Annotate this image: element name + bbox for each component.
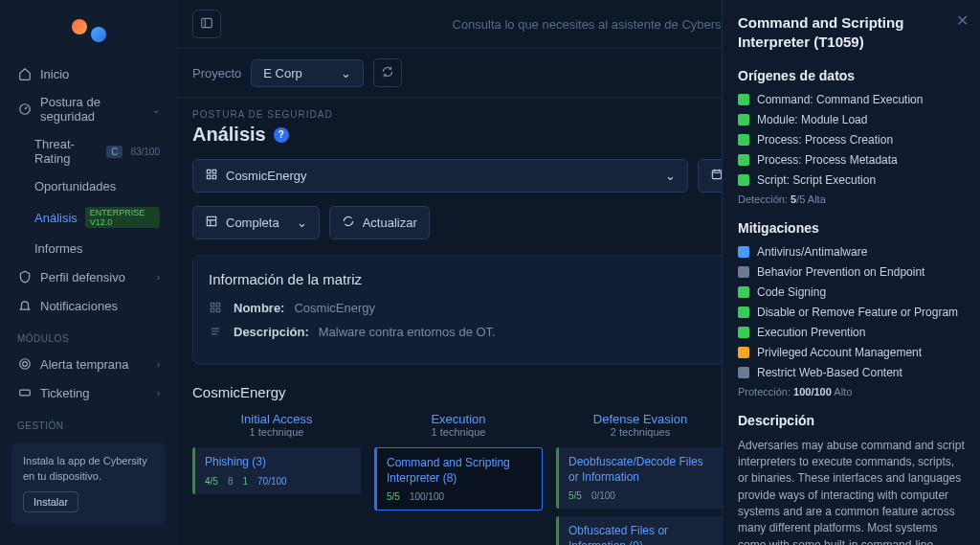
rating-badge: C bbox=[106, 146, 122, 158]
origin-item: Module: Module Load bbox=[738, 113, 965, 126]
tactic-name: Defense Evasion bbox=[556, 412, 724, 426]
svg-rect-11 bbox=[712, 170, 721, 179]
stat-item: 8 bbox=[228, 476, 234, 487]
close-drawer-button[interactable]: ✕ bbox=[956, 11, 969, 30]
svg-rect-15 bbox=[211, 308, 214, 312]
nav-label: Oportunidades bbox=[34, 179, 116, 193]
refresh-project-button[interactable] bbox=[373, 58, 402, 87]
status-square-icon bbox=[738, 307, 749, 318]
ticket-icon bbox=[17, 385, 33, 400]
matrix-selected: CosmicEnergy bbox=[226, 169, 307, 183]
grid-icon bbox=[209, 301, 224, 317]
svg-rect-6 bbox=[202, 18, 212, 27]
nav-label: Análisis bbox=[34, 211, 78, 225]
mitigation-label: Restrict Web-Based Content bbox=[757, 366, 902, 379]
tactic-name: Initial Access bbox=[192, 412, 361, 426]
meta-name-label: Nombre: bbox=[234, 301, 284, 317]
nav-alerta[interactable]: Alerta temprana › bbox=[11, 350, 166, 378]
matrix-select[interactable]: CosmicEnergy ⌄ bbox=[192, 159, 688, 193]
refresh-button[interactable]: Actualizar bbox=[329, 206, 430, 239]
chevron-down-icon: ⌄ bbox=[341, 66, 351, 80]
technique-name: Phishing (3) bbox=[205, 455, 351, 470]
stat-item: 5/5 bbox=[568, 490, 582, 501]
rating-score: 83/100 bbox=[130, 147, 160, 157]
mitigation-item: Antivirus/Antimalware bbox=[738, 245, 965, 259]
mitigation-item: Restrict Web-Based Content bbox=[738, 366, 965, 379]
mitigation-label: Privileged Account Management bbox=[757, 346, 922, 359]
nav-informes[interactable]: Informes bbox=[11, 235, 166, 262]
drawer-section-desc: Descripción bbox=[738, 413, 965, 428]
project-select[interactable]: E Corp ⌄ bbox=[251, 59, 363, 87]
nav-perfil[interactable]: Perfil defensivo › bbox=[11, 262, 166, 291]
status-square-icon bbox=[738, 134, 749, 146]
mode-select[interactable]: Completa ⌄ bbox=[192, 206, 320, 239]
technique-name: Command and Scripting Interpreter (8) bbox=[387, 456, 532, 486]
nav-analisis[interactable]: Análisis ENTERPRISE V12.0 bbox=[11, 200, 166, 235]
technique-stats: 5/50/100 bbox=[568, 490, 715, 501]
stat-item: 70/100 bbox=[257, 476, 287, 487]
origin-label: Script: Script Execution bbox=[757, 173, 876, 187]
svg-rect-12 bbox=[207, 216, 215, 225]
refresh-icon bbox=[381, 65, 394, 81]
technique-card[interactable]: Phishing (3)4/58170/100 bbox=[192, 447, 361, 494]
technique-card[interactable]: Command and Scripting Interpreter (8)5/5… bbox=[374, 447, 543, 511]
nav-inicio[interactable]: Inicio bbox=[11, 59, 166, 88]
install-card: Instala la app de Cybersity en tu dispos… bbox=[11, 443, 166, 524]
nav-ticketing[interactable]: Ticketing › bbox=[11, 378, 166, 407]
chevron-down-icon: ⌄ bbox=[152, 104, 160, 115]
status-square-icon bbox=[738, 266, 749, 278]
origin-item: Process: Process Creation bbox=[738, 133, 965, 147]
refresh-icon bbox=[342, 215, 355, 231]
nav-threat-rating[interactable]: Threat-Rating C 83/100 bbox=[11, 130, 166, 172]
panel-toggle-button[interactable] bbox=[192, 10, 221, 38]
meta-name-value: CosmicEnergy bbox=[294, 301, 375, 317]
chevron-down-icon: ⌄ bbox=[297, 216, 307, 230]
project-label: Proyecto bbox=[192, 66, 241, 80]
stat-item: 0/100 bbox=[591, 490, 615, 501]
origin-item: Process: Process Metadata bbox=[738, 153, 965, 167]
status-square-icon bbox=[738, 246, 749, 258]
nav-notificaciones[interactable]: Notificaciones bbox=[11, 291, 166, 320]
svg-rect-8 bbox=[212, 170, 216, 173]
stat-item: 100/100 bbox=[410, 491, 444, 502]
detail-drawer: ✕ Command and Scripting Interpreter (T10… bbox=[722, 0, 980, 545]
install-button[interactable]: Instalar bbox=[23, 491, 78, 512]
enterprise-badge: ENTERPRISE V12.0 bbox=[85, 207, 160, 228]
project-selected: E Corp bbox=[263, 66, 301, 80]
tactic-column: Defense Evasion2 techniquesDeobfuscate/D… bbox=[556, 412, 724, 545]
bell-icon bbox=[17, 298, 33, 313]
origin-item: Script: Script Execution bbox=[738, 173, 965, 187]
status-square-icon bbox=[738, 347, 749, 358]
mitigation-label: Execution Prevention bbox=[757, 326, 865, 339]
tactic-column: Execution1 techniqueCommand and Scriptin… bbox=[374, 412, 543, 545]
status-square-icon bbox=[738, 94, 749, 105]
chevron-down-icon: ⌄ bbox=[665, 169, 676, 183]
mitigation-item: Code Signing bbox=[738, 285, 965, 299]
origin-label: Process: Process Creation bbox=[757, 133, 893, 147]
nav-oportunidades[interactable]: Oportunidades bbox=[11, 172, 166, 200]
stat-item: 1 bbox=[242, 476, 248, 487]
nav-label: Informes bbox=[34, 241, 83, 256]
layout-icon bbox=[205, 215, 218, 231]
technique-card[interactable]: Obfuscated Files or Information (9)4/570… bbox=[556, 516, 724, 545]
technique-card[interactable]: Deobfuscate/Decode Files or Information5… bbox=[556, 447, 724, 509]
status-square-icon bbox=[738, 174, 749, 186]
mitigation-item: Disable or Remove Feature or Program bbox=[738, 306, 965, 319]
mitigation-label: Code Signing bbox=[757, 285, 826, 299]
help-icon[interactable]: ? bbox=[274, 127, 289, 143]
technique-stats: 4/58170/100 bbox=[205, 476, 351, 487]
status-square-icon bbox=[738, 286, 749, 298]
nav-label: Inicio bbox=[40, 67, 69, 81]
meta-desc-value: Malware contra entornos de OT. bbox=[319, 325, 496, 341]
origin-label: Module: Module Load bbox=[757, 113, 867, 126]
status-square-icon bbox=[738, 154, 749, 166]
nav-postura[interactable]: Postura de seguridad ⌄ bbox=[11, 88, 166, 130]
status-square-icon bbox=[738, 114, 749, 125]
svg-point-2 bbox=[23, 362, 28, 367]
stat-item: 4/5 bbox=[205, 476, 218, 487]
tactic-column: Initial Access1 techniquePhishing (3)4/5… bbox=[192, 412, 361, 545]
svg-rect-7 bbox=[207, 170, 211, 173]
nav-label: Notificaciones bbox=[40, 299, 118, 313]
sidebar-toggle-icon bbox=[200, 16, 213, 33]
nav-label: Threat-Rating bbox=[34, 137, 99, 166]
